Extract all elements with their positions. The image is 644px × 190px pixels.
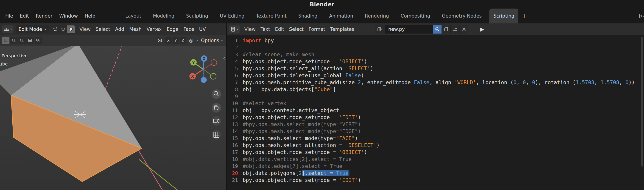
scrollbar[interactable] <box>641 37 643 188</box>
code-line-18[interactable]: 18#obj.data.vertices[2].select = True <box>227 156 644 163</box>
chevron-down-icon[interactable]: ▾ <box>196 39 198 42</box>
code-line-20[interactable]: 20obj.data.polygons[2].select = True <box>227 170 644 177</box>
tab-uv-editing[interactable]: UV Editing <box>216 9 248 24</box>
gizmo-neg-y-axis[interactable] <box>210 73 216 79</box>
active-object-label: ube <box>0 61 8 67</box>
browse-text-button[interactable]: ▾ <box>374 25 385 34</box>
code-line-21[interactable]: 21bpy.ops.object.mode_set(mode = 'EDIT') <box>227 177 644 184</box>
tab-texture-paint[interactable]: Texture Paint <box>252 9 291 24</box>
viewport-menu-uv[interactable]: UV <box>196 27 208 32</box>
code-line-2[interactable]: 2 <box>227 44 644 51</box>
text-menu-view[interactable]: View <box>242 27 258 32</box>
text-name-field[interactable]: new.py <box>385 25 433 34</box>
tab-geometry-nodes[interactable]: Geometry Nodes <box>438 9 486 24</box>
text-menu-edit[interactable]: Edit <box>272 27 287 32</box>
code-line-15[interactable]: 15bpy.ops.mesh.select_mode(type="FACE") <box>227 135 644 142</box>
viewport-menu-add[interactable]: Add <box>112 27 127 32</box>
grid-ortho-icon[interactable] <box>212 130 221 140</box>
tab-scripting[interactable]: Scripting <box>490 9 518 24</box>
tab-compositing[interactable]: Compositing <box>396 9 434 24</box>
menu-file[interactable]: File <box>2 13 16 19</box>
viewport-menu-face[interactable]: Face <box>181 27 197 32</box>
code-area[interactable]: 1import bpy23#clear scene, make mesh4bpy… <box>227 35 644 190</box>
viewport-menu-view[interactable]: View <box>77 27 93 32</box>
fake-user-toggle[interactable] <box>433 25 442 34</box>
mode-dropdown[interactable]: Edit Mode ▾ <box>16 25 49 33</box>
viewport-menu-vertex[interactable]: Vertex <box>144 27 164 32</box>
viewport-editor: ▾ Edit Mode ▾ <box>0 24 226 190</box>
new-text-button[interactable] <box>442 25 450 34</box>
run-script-button[interactable]: ▶ <box>480 26 484 32</box>
code-line-6[interactable]: 6bpy.ops.object.delete(use_global=False) <box>227 72 644 79</box>
code-line-19[interactable]: 19#obj.data.edges[7].select = True <box>227 163 644 170</box>
code-line-16[interactable]: 16bpy.ops.mesh.select_all(action = 'DESE… <box>227 142 644 149</box>
edge-select-button[interactable] <box>59 26 67 33</box>
line-text: obj = bpy.data.objects["Cube"] <box>238 86 336 93</box>
zoom-icon[interactable] <box>212 89 221 99</box>
menu-render[interactable]: Render <box>32 13 56 19</box>
line-text: bpy.ops.mesh.primitive_cube_add(size=2, … <box>238 79 635 86</box>
mirror-z-toggle[interactable]: Z <box>180 37 186 44</box>
gizmo-neg-z-axis[interactable] <box>201 77 207 83</box>
mirror-x-toggle[interactable]: X <box>166 37 172 44</box>
line-number: 14 <box>227 128 238 135</box>
open-text-button[interactable] <box>450 25 460 34</box>
code-line-1[interactable]: 1import bpy <box>227 37 644 44</box>
text-menu-text[interactable]: Text <box>258 27 272 32</box>
menu-window[interactable]: Window <box>56 13 81 19</box>
line-number: 16 <box>227 142 238 149</box>
select-mode-extend-button[interactable] <box>10 37 18 44</box>
code-line-13[interactable]: 13#bpy.ops.mesh.select_mode(type="VERT") <box>227 121 644 128</box>
code-line-3[interactable]: 3#clear scene, make mesh <box>227 51 644 58</box>
camera-view-icon[interactable] <box>212 116 221 126</box>
tab-shading[interactable]: Shading <box>294 9 321 24</box>
tab-animation[interactable]: Animation <box>325 9 357 24</box>
vertex-select-button[interactable] <box>52 26 59 33</box>
code-line-10[interactable]: 10#select vertex <box>227 100 644 107</box>
code-line-17[interactable]: 17bpy.ops.object.mode_set(mode = 'OBJECT… <box>227 149 644 156</box>
proportional-editing-icon[interactable]: ◎ <box>189 38 193 43</box>
code-line-11[interactable]: 11obj = bpy.context.active_object <box>227 107 644 114</box>
editor-type-button[interactable]: ▾ <box>2 26 14 33</box>
select-mode-subtract-button[interactable] <box>18 37 26 44</box>
cube-mesh[interactable] <box>0 46 142 182</box>
code-line-8[interactable]: 8obj = bpy.data.objects["Cube"] <box>227 86 644 93</box>
pan-hand-icon[interactable] <box>212 103 221 113</box>
tab-layout[interactable]: Layout <box>121 9 145 24</box>
menu-edit[interactable]: Edit <box>16 13 32 19</box>
gizmo-neg-x-axis[interactable] <box>211 60 217 66</box>
select-mode-set-button[interactable] <box>2 37 10 44</box>
scene-icon[interactable] <box>639 13 644 19</box>
viewport-tool-settings: ⋈ XYZ ◎ ▾ Options ▾ <box>0 35 226 46</box>
tab-rendering[interactable]: Rendering <box>361 9 393 24</box>
scrollbar-thumb[interactable] <box>641 37 643 166</box>
add-workspace-button[interactable]: + <box>518 9 530 24</box>
code-line-12[interactable]: 12bpy.ops.object.mode_set(mode = 'EDIT') <box>227 114 644 121</box>
code-line-14[interactable]: 14#bpy.ops.mesh.select_mode(type="EDGE") <box>227 128 644 135</box>
options-dropdown[interactable]: Options ▾ <box>201 38 223 43</box>
gizmo-x-label: X <box>191 74 194 79</box>
unlink-text-button[interactable]: × <box>460 25 468 34</box>
text-menu-select[interactable]: Select <box>287 27 306 32</box>
sidebar-collapse-arrow[interactable]: ‹ <box>223 55 226 61</box>
text-menu-format[interactable]: Format <box>306 27 328 32</box>
tab-modeling[interactable]: Modeling <box>149 9 179 24</box>
code-line-4[interactable]: 4bpy.ops.object.mode_set(mode = 'OBJECT'… <box>227 58 644 65</box>
tab-sculpting[interactable]: Sculpting <box>182 9 212 24</box>
select-mode-intersect-button[interactable] <box>34 37 42 44</box>
mirror-y-toggle[interactable]: Y <box>172 37 179 44</box>
viewport-menu-select[interactable]: Select <box>93 27 112 32</box>
select-mode-invert-button[interactable] <box>26 37 34 44</box>
viewport-canvas[interactable]: Y Z X <box>0 46 226 190</box>
viewport-menu-edge[interactable]: Edge <box>164 27 181 32</box>
code-line-5[interactable]: 5bpy.ops.object.select_all(action='SELEC… <box>227 65 644 72</box>
text-menu-templates[interactable]: Templates <box>328 27 356 32</box>
face-select-button[interactable] <box>67 26 75 33</box>
editor-type-button[interactable]: ▾ <box>229 26 240 33</box>
menu-help[interactable]: Help <box>81 13 99 19</box>
navigation-gizmo[interactable]: Y Z X <box>190 55 217 83</box>
code-line-9[interactable]: 9 <box>227 93 644 100</box>
tool-settings-right: ⋈ XYZ ◎ ▾ Options ▾ <box>158 37 224 44</box>
code-line-7[interactable]: 7bpy.ops.mesh.primitive_cube_add(size=2,… <box>227 79 644 86</box>
viewport-menu-mesh[interactable]: Mesh <box>127 27 144 32</box>
